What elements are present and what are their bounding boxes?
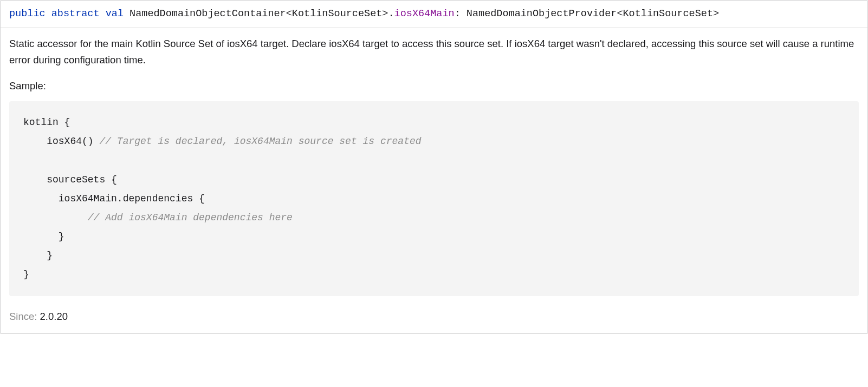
description-text: Static accessor for the main Kotlin Sour… [9,36,859,69]
keyword-val: val [106,8,124,19]
code-line: } [23,269,29,280]
sample-label: Sample: [9,78,859,94]
content-block: Static accessor for the main Kotlin Sour… [1,28,867,333]
since-value: 2.0.20 [40,311,68,322]
code-line: sourceSets { [23,174,117,185]
keyword-abstract: abstract [51,8,100,19]
code-line: } [23,231,64,242]
dot: . [388,8,394,19]
since-line: Since: 2.0.20 [9,309,859,325]
code-line: } [23,250,53,261]
keyword-public: public [9,8,46,19]
doc-card: public abstract val NamedDomainObjectCon… [0,0,868,334]
return-type: NamedDomainObjectProvider<KotlinSourceSe… [467,8,719,19]
code-comment: // Target is declared, iosX64Main source… [99,136,421,147]
code-sample: kotlin { iosX64() // Target is declared,… [9,101,859,296]
code-line: iosX64Main.dependencies { [23,193,205,204]
code-comment: // Add iosX64Main dependencies here [23,212,293,223]
since-label: Since: [9,311,37,322]
receiver-type: NamedDomainObjectContainer<KotlinSourceS… [129,8,388,19]
member-name: iosX64Main [394,8,455,19]
code-line: kotlin { [23,117,70,128]
code-line: iosX64() [23,136,99,147]
colon: : [455,8,461,19]
signature-block: public abstract val NamedDomainObjectCon… [1,1,867,28]
